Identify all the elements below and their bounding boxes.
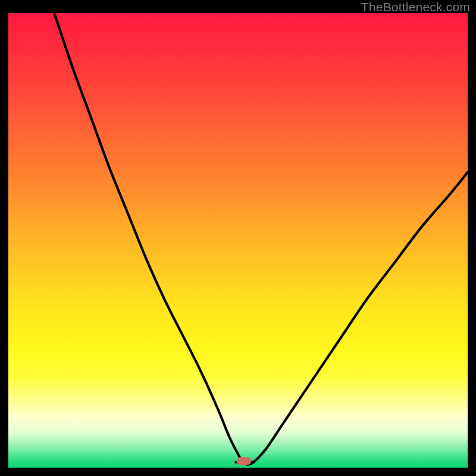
optimal-point-marker	[237, 457, 251, 465]
plot-area	[8, 13, 468, 468]
bottleneck-curve	[54, 13, 468, 465]
watermark-text: TheBottleneck.com	[361, 0, 470, 14]
curve-layer	[8, 13, 468, 468]
chart-frame	[8, 13, 468, 468]
